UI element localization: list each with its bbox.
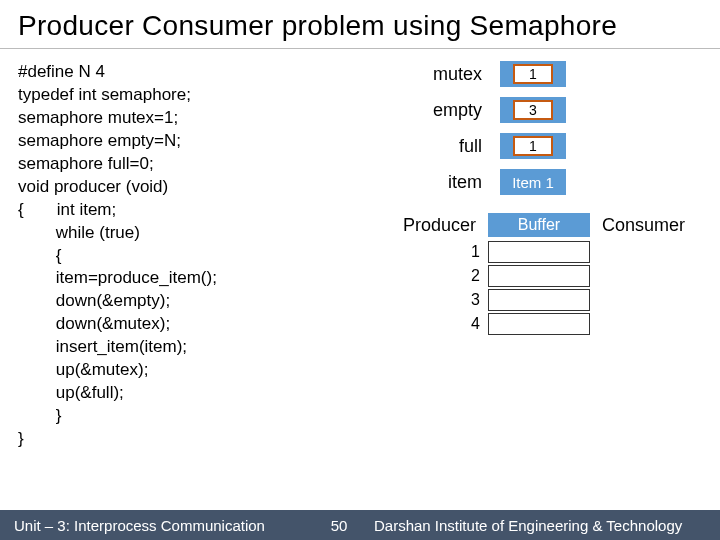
buffer-row: 4: [456, 313, 702, 335]
footer-unit: Unit – 3: Interprocess Communication: [14, 517, 314, 534]
buffer-area: Producer Buffer Consumer 1 2 3 4: [348, 213, 702, 335]
buffer-cell: [488, 313, 590, 335]
sem-row-empty: empty 3: [348, 97, 702, 123]
buffer-label: Buffer: [488, 213, 590, 237]
buffer-cell: [488, 289, 590, 311]
footer-org: Darshan Institute of Engineering & Techn…: [364, 517, 706, 534]
sem-value-full: 1: [513, 136, 553, 156]
buffer-index: 2: [456, 267, 480, 285]
page-title: Producer Consumer problem using Semaphor…: [0, 0, 720, 49]
buffer-grid: 1 2 3 4: [348, 241, 702, 335]
buffer-header: Producer Buffer Consumer: [348, 213, 702, 237]
content-area: #define N 4 typedef int semaphore; semap…: [0, 49, 720, 451]
buffer-index: 1: [456, 243, 480, 261]
consumer-label: Consumer: [602, 215, 685, 236]
buffer-index: 3: [456, 291, 480, 309]
buffer-cell: [488, 265, 590, 287]
buffer-row: 1: [456, 241, 702, 263]
buffer-row: 2: [456, 265, 702, 287]
sem-label-item: item: [418, 172, 482, 193]
sem-label-empty: empty: [418, 100, 482, 121]
diagram-area: mutex 1 empty 3 full 1 item Item 1 Produ…: [328, 61, 702, 451]
sem-row-mutex: mutex 1: [348, 61, 702, 87]
sem-row-full: full 1: [348, 133, 702, 159]
sem-box-full: 1: [500, 133, 566, 159]
sem-label-mutex: mutex: [418, 64, 482, 85]
code-block: #define N 4 typedef int semaphore; semap…: [18, 61, 328, 451]
sem-row-item: item Item 1: [348, 169, 702, 195]
sem-box-mutex: 1: [500, 61, 566, 87]
sem-value-empty: 3: [513, 100, 553, 120]
footer: Unit – 3: Interprocess Communication 50 …: [0, 510, 720, 540]
footer-page: 50: [314, 517, 364, 534]
sem-value-mutex: 1: [513, 64, 553, 84]
sem-box-empty: 3: [500, 97, 566, 123]
sem-label-full: full: [418, 136, 482, 157]
buffer-cell: [488, 241, 590, 263]
sem-value-item: Item 1: [500, 169, 566, 195]
producer-label: Producer: [388, 215, 476, 236]
buffer-row: 3: [456, 289, 702, 311]
buffer-index: 4: [456, 315, 480, 333]
